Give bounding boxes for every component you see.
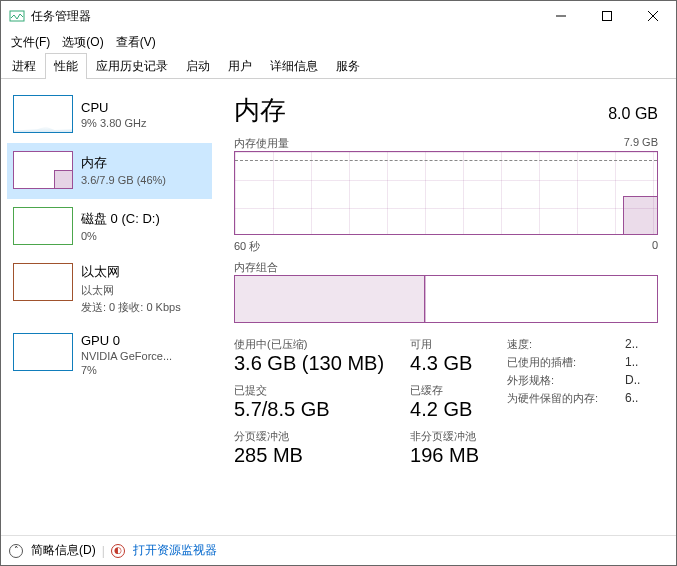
chevron-up-icon[interactable]: ˄ (9, 544, 23, 558)
stat-in-use: 使用中(已压缩) 3.6 GB (130 MB) (234, 337, 384, 375)
sidebar-item-ethernet[interactable]: 以太网 以太网 发送: 0 接收: 0 Kbps (7, 255, 212, 325)
open-resource-monitor-link[interactable]: 打开资源监视器 (133, 542, 217, 559)
ethernet-thumbnail (13, 263, 73, 301)
menu-file[interactable]: 文件(F) (11, 34, 50, 51)
sidebar-item-label: 以太网 (81, 263, 181, 281)
sidebar-item-sub: NVIDIA GeForce... (81, 350, 172, 362)
memory-usage-chart[interactable] (234, 151, 658, 235)
sidebar-item-sub2: 发送: 0 接收: 0 Kbps (81, 300, 181, 315)
window-title: 任务管理器 (31, 8, 91, 25)
stat-paged: 分页缓冲池 285 MB (234, 429, 384, 467)
menu-options[interactable]: 选项(O) (62, 34, 103, 51)
stat-committed: 已提交 5.7/8.5 GB (234, 383, 384, 421)
stat-cached: 已缓存 4.2 GB (410, 383, 479, 421)
sidebar-item-sub: 0% (81, 230, 160, 242)
usage-chart-xright: 0 (652, 239, 658, 254)
monitor-icon: ◐ (111, 544, 125, 558)
menubar: 文件(F) 选项(O) 查看(V) (1, 31, 676, 53)
memory-capacity: 8.0 GB (608, 105, 658, 123)
sidebar-item-memory[interactable]: 内存 3.6/7.9 GB (46%) (7, 143, 212, 199)
svg-rect-2 (603, 12, 612, 21)
stat-available: 可用 4.3 GB (410, 337, 479, 375)
content: 内存 8.0 GB 内存使用量 7.9 GB 60 秒 0 内存组合 使用中(已 (216, 87, 676, 535)
sidebar-item-label: CPU (81, 100, 146, 115)
stat-nonpaged: 非分页缓冲池 196 MB (410, 429, 479, 467)
composition-label: 内存组合 (234, 260, 278, 275)
tabbar: 进程 性能 应用历史记录 启动 用户 详细信息 服务 (1, 53, 676, 79)
tab-processes[interactable]: 进程 (3, 53, 45, 79)
page-title: 内存 (234, 93, 286, 128)
gpu-thumbnail (13, 333, 73, 371)
cpu-thumbnail (13, 95, 73, 133)
tab-users[interactable]: 用户 (219, 53, 261, 79)
minimize-button[interactable] (538, 1, 584, 31)
sidebar-item-cpu[interactable]: CPU 9% 3.80 GHz (7, 87, 212, 143)
sidebar-item-sub: 以太网 (81, 283, 181, 298)
menu-view[interactable]: 查看(V) (116, 34, 156, 51)
memory-specs: 速度:2.. 已使用的插槽:1.. 外形规格:D.. 为硬件保留的内存:6.. (507, 337, 645, 467)
main: CPU 9% 3.80 GHz 内存 3.6/7.9 GB (46%) 磁盘 0… (1, 79, 676, 535)
fewer-details-button[interactable]: 简略信息(D) (31, 542, 96, 559)
tab-services[interactable]: 服务 (327, 53, 369, 79)
memory-composition-chart[interactable] (234, 275, 658, 323)
usage-chart-max: 7.9 GB (624, 136, 658, 151)
tab-app-history[interactable]: 应用历史记录 (87, 53, 177, 79)
sidebar-item-sub: 9% 3.80 GHz (81, 117, 146, 129)
tab-performance[interactable]: 性能 (45, 53, 87, 79)
usage-chart-label: 内存使用量 (234, 136, 289, 151)
sidebar-item-label: 内存 (81, 154, 166, 172)
sidebar-item-sub2: 7% (81, 364, 172, 376)
sidebar-item-gpu[interactable]: GPU 0 NVIDIA GeForce... 7% (7, 325, 212, 386)
titlebar: 任务管理器 (1, 1, 676, 31)
footer: ˄ 简略信息(D) | ◐ 打开资源监视器 (1, 535, 676, 565)
sidebar-item-label: GPU 0 (81, 333, 172, 348)
memory-thumbnail (13, 151, 73, 189)
sidebar: CPU 9% 3.80 GHz 内存 3.6/7.9 GB (46%) 磁盘 0… (1, 87, 216, 535)
maximize-button[interactable] (584, 1, 630, 31)
disk-thumbnail (13, 207, 73, 245)
sidebar-item-disk[interactable]: 磁盘 0 (C: D:) 0% (7, 199, 212, 255)
tab-startup[interactable]: 启动 (177, 53, 219, 79)
usage-chart-xleft: 60 秒 (234, 239, 260, 254)
close-button[interactable] (630, 1, 676, 31)
tab-details[interactable]: 详细信息 (261, 53, 327, 79)
sidebar-item-sub: 3.6/7.9 GB (46%) (81, 174, 166, 186)
sidebar-item-label: 磁盘 0 (C: D:) (81, 210, 160, 228)
app-icon (9, 8, 25, 24)
